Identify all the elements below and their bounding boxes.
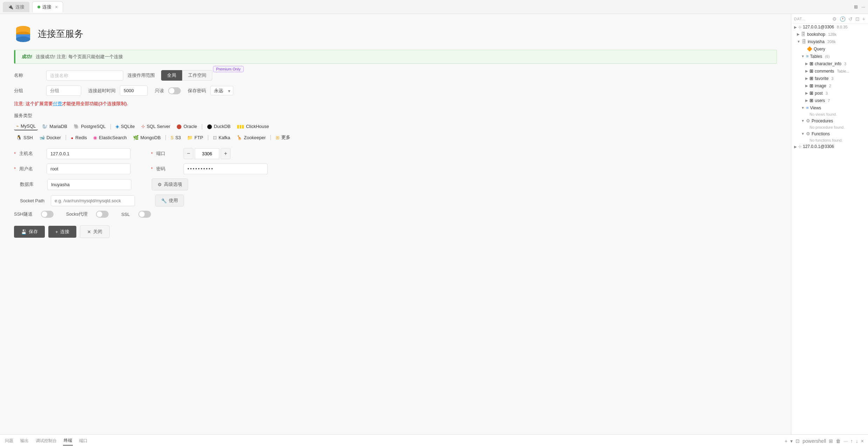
add-terminal-button[interactable]: + — [785, 438, 787, 444]
move-down-button[interactable]: ↓ — [856, 438, 858, 444]
tree-post[interactable]: ▶ ⊞ post 3 — [791, 89, 868, 97]
service-mariadb[interactable]: 🦭 MariaDB — [40, 123, 69, 130]
tree-image[interactable]: ▶ ⊞ image 2 — [791, 82, 868, 89]
tree-functions[interactable]: ▼ ⚙ Functions — [791, 130, 868, 137]
socket-input[interactable] — [51, 195, 135, 206]
tree-favorite[interactable]: ▶ ⊞ favorite 3 — [791, 75, 868, 82]
service-mysql[interactable]: ⌁ MySQL — [14, 122, 38, 130]
save-button[interactable]: 💾 保存 — [14, 226, 45, 238]
terminal-dropdown-button[interactable]: ▾ — [790, 438, 793, 444]
service-more[interactable]: ⊞ 更多 — [274, 133, 292, 142]
username-input[interactable]: root — [47, 163, 131, 174]
service-redis[interactable]: ⬥ Redis — [69, 134, 89, 141]
readonly-toggle[interactable] — [168, 87, 181, 94]
more-icon[interactable]: ··· — [861, 4, 865, 9]
tree-character-info[interactable]: ▶ ⊞ character_info 3 — [791, 60, 868, 67]
tab-ports[interactable]: 端口 — [78, 436, 88, 445]
service-docker[interactable]: 🐋 Docker — [37, 134, 63, 141]
tree-comments[interactable]: ▶ ⊞ comments Table... — [791, 67, 868, 75]
chevron-down-icon: ▼ — [801, 132, 805, 136]
redis-icon: ⬥ — [71, 135, 74, 140]
service-ssh[interactable]: 🐧 SSH — [14, 134, 35, 141]
password-label: 密码 — [156, 166, 181, 172]
service-sqlite[interactable]: ◈ SQLite — [113, 123, 137, 130]
sep1: | — [110, 123, 111, 130]
service-postgresql[interactable]: 🐘 PostgreSQL — [71, 123, 108, 130]
scope-workspace-button[interactable]: 工作空间 — [182, 70, 212, 81]
group-input[interactable] — [46, 86, 81, 96]
tab-debug-console[interactable]: 调试控制台 — [35, 436, 57, 445]
tab-active-connection[interactable]: 连接 × — [32, 1, 63, 13]
move-up-button[interactable]: ↑ — [850, 438, 853, 444]
tree-bookshop[interactable]: ▶ 🗄 bookshop 128k — [791, 31, 868, 38]
more-terminal-button[interactable]: ··· — [843, 438, 848, 444]
password-input[interactable] — [184, 163, 268, 174]
refresh-icon[interactable]: ↺ — [848, 16, 853, 22]
service-s3[interactable]: S S3 — [168, 134, 183, 141]
database-input[interactable]: Inuyasha — [47, 179, 131, 190]
tree-views[interactable]: ▼ ≡ Views — [791, 104, 868, 111]
add-icon[interactable]: + — [862, 16, 865, 22]
history-icon[interactable]: 🕐 — [840, 16, 846, 22]
port-decrement-button[interactable]: − — [184, 148, 193, 159]
service-oracle[interactable]: ⬤ Oracle — [174, 123, 199, 130]
use-button[interactable]: 🔧 使用 — [155, 195, 184, 206]
save-password-label: 保存密码 — [188, 88, 206, 94]
table-icon: ⊞ — [810, 98, 813, 103]
service-duckdb[interactable]: ⬤ DuckDB — [205, 123, 233, 130]
chevron-right-icon: ▶ — [805, 69, 808, 73]
close-button[interactable]: ✕ 关闭 — [80, 225, 110, 238]
connect-button[interactable]: + 连接 — [48, 226, 76, 238]
tree-connection-1[interactable]: ▶ ⊹ 127.0.0.1@3306 8.0.35 — [791, 23, 868, 31]
tree-connection-2[interactable]: ▶ ⊹ 127.0.0.1@3306 — [791, 143, 868, 150]
port-input[interactable]: 3306 — [195, 148, 219, 159]
close-panel-button[interactable]: × — [861, 438, 864, 444]
tab-inactive-connection[interactable]: 🔌 连接 — [3, 2, 29, 12]
warning-link[interactable]: 付费 — [53, 101, 62, 106]
tab-terminal[interactable]: 终端 — [63, 436, 73, 446]
tree-inuyasha[interactable]: ▼ 🗄 inuyasha 208k — [791, 38, 868, 45]
socks-proxy-toggle[interactable] — [96, 211, 109, 218]
service-zookeeper[interactable]: 🦒 Zookeeper — [234, 134, 268, 141]
chevron-right-icon: ▶ — [805, 84, 808, 88]
ssh-tunnel-toggle[interactable] — [41, 211, 54, 218]
advanced-options-button[interactable]: ⚙ 高级选项 — [152, 178, 188, 190]
service-ftp[interactable]: 📁 FTP — [185, 134, 205, 141]
layout-toggle-icon[interactable]: ⊡ — [855, 16, 860, 22]
ssl-label: SSL — [121, 212, 130, 217]
hostname-input[interactable]: 127.0.0.1 — [47, 148, 131, 159]
service-clickhouse[interactable]: ▮▮▮ ClickHouse — [235, 123, 271, 130]
service-type-label: 服务类型 — [14, 113, 777, 119]
tree-header-label: DAT... — [794, 17, 805, 21]
socks-proxy-label: Socks代理 — [66, 211, 88, 217]
layout-icon[interactable]: ⊞ — [854, 4, 858, 9]
split-terminal-button[interactable]: ⊞ — [829, 438, 833, 444]
database-row: 数据库 Inuyasha ⚙ 高级选项 — [14, 178, 777, 190]
save-password-select[interactable]: 永远 — [210, 86, 233, 95]
delete-terminal-button[interactable]: 🗑 — [836, 438, 841, 444]
tab-output[interactable]: 输出 — [20, 436, 29, 445]
save-password-wrapper[interactable]: 永远 — [210, 86, 233, 95]
service-elasticsearch[interactable]: ◉ ElasticSearch — [91, 134, 129, 141]
button-row: 💾 保存 + 连接 ✕ 关闭 — [14, 225, 777, 238]
table-icon: ⊞ — [810, 76, 813, 81]
service-kafka[interactable]: ⊡ Kafka — [211, 134, 232, 141]
ssl-toggle[interactable] — [138, 211, 151, 218]
tree-tables[interactable]: ▼ ≡ Tables (6) — [791, 53, 868, 60]
plug-icon: 🔌 — [8, 4, 13, 9]
tree-users[interactable]: ▶ ⊞ users 7 — [791, 97, 868, 104]
service-sqlserver[interactable]: ⊹ SQL Server — [139, 123, 172, 130]
tree-query[interactable]: 🔶 Query — [791, 45, 868, 53]
port-increment-button[interactable]: + — [221, 148, 230, 159]
sidebar: DAT... ⚙ 🕐 ↺ ⊡ + ▶ ⊹ 127.0.0.1@3306 8.0.… — [791, 14, 868, 434]
service-mongodb[interactable]: 🌿 MongoDB — [131, 134, 163, 141]
port-label: 端口 — [156, 150, 181, 157]
tab-close-button[interactable]: × — [55, 4, 58, 10]
scope-global-button[interactable]: 全局 — [161, 70, 182, 81]
tab-issues[interactable]: 问题 — [4, 436, 14, 445]
tree-procedures[interactable]: ▼ ⚙ Procedures — [791, 117, 868, 124]
name-input[interactable] — [46, 70, 123, 81]
settings-icon[interactable]: ⚙ — [832, 16, 837, 22]
timeout-input[interactable]: 5000 — [120, 86, 148, 96]
chevron-down-icon: ▼ — [801, 54, 805, 58]
